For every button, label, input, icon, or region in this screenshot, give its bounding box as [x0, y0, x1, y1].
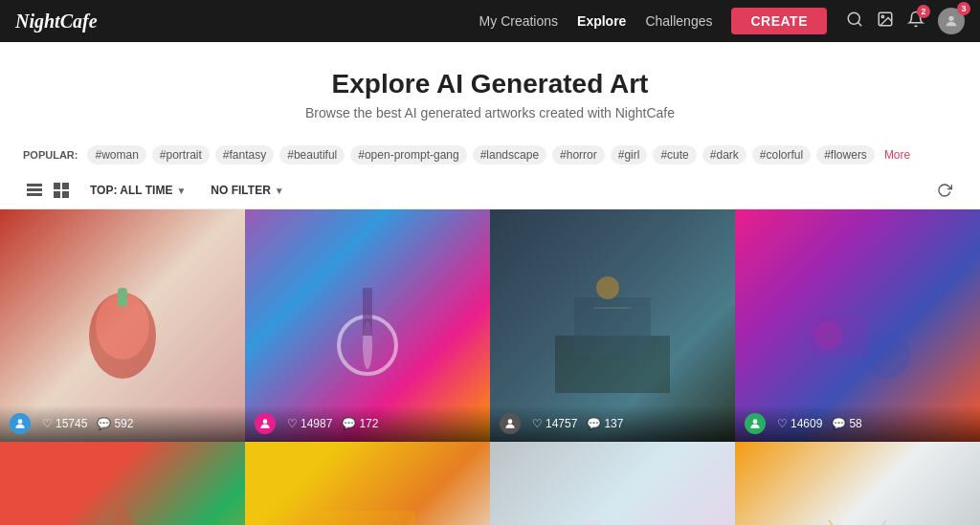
nav-icons: 2 3	[846, 8, 965, 34]
grid-view-button[interactable]	[50, 179, 73, 202]
like-count: ♡ 14609	[777, 417, 822, 430]
gallery-grid: ♡ 15745 💬 592 ♡	[0, 209, 980, 525]
hero-title: Explore AI Generated Art	[0, 69, 980, 99]
comment-icon: 💬	[832, 417, 846, 430]
heart-icon: ♡	[42, 417, 53, 430]
comment-icon: 💬	[97, 417, 111, 430]
gallery-overlay: ♡ 14609 💬 58	[735, 405, 980, 442]
nav-explore[interactable]: Explore	[577, 13, 626, 29]
notification-icon[interactable]: 2	[907, 11, 924, 33]
like-count: ♡ 15745	[42, 417, 87, 430]
navbar: NightCafe My Creations Explore Challenge…	[0, 0, 980, 42]
gallery-stats: ♡ 14987 💬 172	[287, 417, 378, 430]
svg-point-14	[100, 309, 116, 324]
gallery-item[interactable]	[0, 442, 245, 525]
svg-rect-10	[54, 191, 60, 198]
gallery-item[interactable]	[735, 442, 980, 525]
hero-subtitle: Browse the best AI generated artworks cr…	[0, 105, 980, 120]
artwork-image	[0, 442, 245, 525]
comment-count: 💬 137	[587, 417, 623, 430]
svg-rect-8	[54, 183, 60, 189]
heart-icon: ♡	[287, 417, 298, 430]
tag-fantasy[interactable]: #fantasy	[215, 145, 274, 164]
tag-open-prompt-gang[interactable]: #open-prompt-gang	[350, 145, 466, 164]
more-tags-link[interactable]: More	[884, 148, 910, 162]
avatar	[10, 413, 31, 434]
gallery-item[interactable]: ♡ 15745 💬 592	[0, 209, 245, 442]
svg-point-24	[596, 276, 619, 299]
svg-rect-30	[810, 317, 867, 355]
heart-icon: ♡	[532, 417, 543, 430]
tag-horror[interactable]: #horror	[552, 145, 605, 164]
svg-rect-5	[27, 184, 42, 186]
tag-portrait[interactable]: #portrait	[152, 145, 210, 164]
tag-dark[interactable]: #dark	[702, 145, 746, 164]
navbar-left: NightCafe	[15, 11, 98, 33]
svg-rect-34	[320, 511, 415, 526]
list-view-button[interactable]	[23, 179, 46, 202]
artwork-image	[245, 442, 490, 525]
navbar-right: My Creations Explore Challenges CREATE 2	[479, 8, 965, 34]
gallery-stats: ♡ 14757 💬 137	[532, 417, 623, 430]
like-count: ♡ 14757	[532, 417, 577, 430]
chevron-down-icon: ▼	[176, 186, 186, 196]
refresh-button[interactable]	[932, 178, 957, 203]
svg-point-28	[862, 331, 910, 379]
artwork-image	[735, 442, 980, 525]
avatar-icon[interactable]: 3	[938, 8, 965, 34]
svg-point-17	[18, 419, 23, 424]
gallery-item[interactable]: ♡ 14987 💬 172	[245, 209, 490, 442]
tag-cute[interactable]: #cute	[653, 145, 696, 164]
svg-rect-6	[27, 188, 42, 191]
svg-rect-16	[118, 288, 127, 307]
gallery-stats: ♡ 14609 💬 58	[777, 417, 862, 430]
tag-landscape[interactable]: #landscape	[473, 145, 546, 164]
popular-tags-row: POPULAR: #woman #portrait #fantasy #beau…	[0, 138, 980, 172]
search-icon[interactable]	[846, 11, 863, 33]
gallery-item[interactable]: ♡ 14757 💬 137	[490, 209, 735, 442]
chevron-down-icon: ▼	[275, 186, 284, 196]
nav-my-creations[interactable]: My Creations	[479, 13, 558, 29]
avatar	[255, 413, 276, 434]
hero-section: Explore AI Generated Art Browse the best…	[0, 42, 980, 138]
tag-flowers[interactable]: #flowers	[816, 145, 875, 164]
like-count: ♡ 14987	[287, 417, 332, 430]
logo[interactable]: NightCafe	[15, 11, 98, 33]
create-button[interactable]: CREATE	[731, 8, 827, 34]
filter-row: TOP: ALL TIME ▼ NO FILTER ▼	[0, 172, 980, 209]
content-filter-label: NO FILTER	[211, 184, 270, 197]
svg-rect-7	[27, 193, 42, 196]
tag-woman[interactable]: #woman	[87, 145, 145, 164]
tag-beautiful[interactable]: #beautiful	[279, 145, 345, 164]
tag-colorful[interactable]: #colorful	[752, 145, 811, 164]
content-filter-dropdown[interactable]: NO FILTER ▼	[203, 180, 291, 201]
time-filter-dropdown[interactable]: TOP: ALL TIME ▼	[82, 180, 193, 201]
svg-point-26	[508, 419, 513, 424]
comment-count: 💬 592	[97, 417, 133, 430]
comment-icon: 💬	[342, 417, 356, 430]
avatar	[745, 413, 766, 434]
time-filter-label: TOP: ALL TIME	[90, 184, 172, 197]
avatar	[500, 413, 521, 434]
svg-rect-25	[593, 307, 632, 309]
svg-rect-9	[62, 183, 69, 189]
gallery-item[interactable]: ♡ 14609 💬 58	[735, 209, 980, 442]
gallery-overlay: ♡ 14757 💬 137	[490, 405, 735, 442]
svg-point-21	[263, 419, 268, 424]
comment-count: 💬 58	[832, 417, 861, 430]
artwork-image	[490, 442, 735, 525]
svg-rect-11	[62, 191, 69, 198]
notification-badge: 2	[917, 5, 930, 18]
image-icon[interactable]	[877, 11, 894, 33]
nav-challenges[interactable]: Challenges	[645, 13, 712, 29]
gallery-item[interactable]	[490, 442, 735, 525]
avatar-badge: 3	[957, 2, 970, 15]
svg-rect-23	[574, 297, 651, 355]
view-toggle	[23, 179, 73, 202]
svg-point-4	[948, 16, 953, 21]
tag-girl[interactable]: #girl	[611, 145, 648, 164]
gallery-item[interactable]	[245, 442, 490, 525]
svg-point-3	[881, 15, 883, 17]
svg-marker-32	[75, 501, 170, 526]
filter-left: TOP: ALL TIME ▼ NO FILTER ▼	[23, 179, 292, 202]
